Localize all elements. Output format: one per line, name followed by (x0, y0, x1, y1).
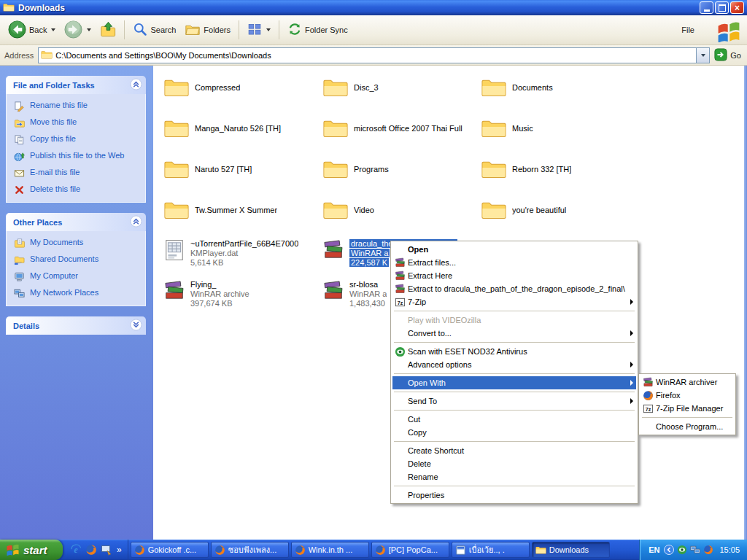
chevron-up-icon[interactable] (130, 215, 142, 229)
sidebar-item[interactable]: Copy this file (14, 134, 142, 145)
sidebar-item[interactable]: Publish this file to the Web (14, 151, 142, 162)
sidebar-item[interactable]: Delete this file (14, 184, 142, 195)
menu-item[interactable]: Extract Here (392, 269, 636, 282)
back-button[interactable]: Back (4, 19, 59, 42)
taskbar-button[interactable]: Gokickoff .c... (131, 542, 209, 558)
ie-icon[interactable]: e (70, 544, 82, 556)
menu-item[interactable]: Firefox (640, 389, 734, 402)
file-tile[interactable]: ~uTorrentPartFile_66B4E7000KMPlayer.dat5… (163, 239, 321, 268)
file-tile-folder[interactable]: Programs (322, 158, 480, 181)
back-dropdown-icon[interactable] (51, 28, 55, 31)
file-tile-folder[interactable]: Tw.Summer X Summer (163, 198, 321, 222)
file-tile-folder[interactable]: Compressed (163, 76, 321, 99)
menu-item[interactable]: Extract files... (392, 256, 636, 269)
file-tile-folder[interactable]: microsoft Office 2007 Thai Full (322, 117, 480, 140)
chevron-left-icon[interactable] (664, 545, 674, 555)
forward-button[interactable] (61, 19, 95, 42)
file-tile-folder[interactable]: Disc_3 (322, 76, 480, 99)
language-indicator[interactable]: EN (649, 545, 659, 554)
file-tile-folder[interactable]: Manga_Naruto 526 [TH] (163, 117, 321, 140)
file-tile-folder[interactable]: Reborn 332 [TH] (481, 158, 638, 181)
file-tile-folder[interactable]: Naruto 527 [TH] (163, 158, 321, 181)
sidebar-panel-header[interactable]: Details (6, 316, 146, 335)
menu-item[interactable]: Send To (392, 394, 636, 408)
folder-sync-label: Folder Sync (305, 26, 348, 34)
file-tile-folder[interactable]: Music (481, 117, 638, 140)
panel-body: Rename this fileMove this fileCopy this … (6, 94, 146, 203)
delete-icon (14, 184, 26, 195)
menu-item[interactable]: Cut (392, 413, 636, 426)
toolbar-separator (239, 20, 239, 39)
submenu-arrow-icon (630, 398, 633, 404)
menu-item[interactable]: Open (392, 243, 636, 256)
menu-item-label: Send To (408, 397, 437, 405)
start-button[interactable]: start (0, 540, 63, 560)
menu-item-label: WinRAR archiver (656, 378, 717, 386)
sidebar-item[interactable]: My Network Places (14, 288, 142, 299)
quick-launch-overflow[interactable]: » (116, 545, 123, 555)
menu-item[interactable]: Rename (392, 470, 636, 483)
menu-item[interactable]: Choose Program... (640, 420, 734, 433)
file-type: WinRAR archive (190, 289, 249, 299)
sidebar-item[interactable]: My Documents (14, 238, 142, 249)
menu-item-label: Open With (408, 378, 446, 387)
show-desktop-icon[interactable] (101, 544, 112, 556)
menu-item[interactable]: Scan with ESET NOD32 Antivirus (392, 345, 636, 358)
taskbar-button[interactable]: เบื่อเว้ย.., . (452, 542, 530, 558)
views-button[interactable] (244, 20, 274, 39)
folders-button[interactable]: Folders (181, 20, 234, 40)
menu-item[interactable]: Copy (392, 426, 636, 439)
go-button[interactable]: Go (714, 48, 743, 63)
taskbar-button-label: เบื่อเว้ย.., . (469, 543, 526, 556)
menu-item[interactable]: Delete (392, 457, 636, 470)
chevron-down-icon[interactable] (130, 319, 142, 332)
menu-item[interactable]: Open With (392, 376, 636, 389)
close-button[interactable]: × (730, 1, 744, 14)
firefox-icon (640, 390, 656, 401)
sidebar-item[interactable]: My Computer (14, 271, 142, 282)
sidebar-panel-header[interactable]: File and Folder Tasks (6, 76, 146, 94)
file-menu[interactable]: File (676, 24, 700, 36)
address-bar: Address C:\Documents and Settings\BOO\My… (0, 45, 747, 66)
menu-item[interactable]: Properties (392, 489, 636, 502)
up-button[interactable] (96, 20, 120, 40)
address-dropdown-button[interactable] (696, 48, 709, 63)
menu-item[interactable]: Advanced options (392, 358, 636, 371)
file-name: sr-blosa (349, 280, 387, 289)
menu-item[interactable]: 7z7-Zip File Manager (640, 402, 734, 415)
taskbar-button[interactable]: Downloads (532, 542, 610, 558)
forward-dropdown-icon[interactable] (87, 28, 91, 31)
sidebar-item[interactable]: E-mail this file (14, 168, 142, 179)
folder-sync-button[interactable]: Folder Sync (284, 20, 352, 39)
sidebar-item-label: My Network Places (30, 288, 98, 297)
menu-item[interactable]: Create Shortcut (392, 444, 636, 457)
eset-icon[interactable] (677, 545, 687, 555)
minimize-button[interactable] (700, 1, 713, 14)
firefox-icon[interactable] (85, 544, 97, 556)
firefox-icon[interactable] (703, 545, 713, 555)
sidebar-panel-header[interactable]: Other Places (6, 213, 146, 231)
maximize-button[interactable] (715, 1, 729, 14)
file-tile[interactable]: Flying_WinRAR archive397,674 KB (163, 280, 321, 308)
menu-item[interactable]: Extract to dracula_the_path_of_the_drago… (392, 282, 636, 295)
window-controls: × (700, 1, 744, 14)
sidebar-item[interactable]: Rename this file (14, 101, 142, 112)
taskbar-button[interactable]: ซอบฟังเพลง... (211, 542, 289, 558)
network-icon[interactable] (690, 545, 700, 555)
taskbar-button[interactable]: [PC] PopCa... (371, 542, 449, 558)
taskbar-button[interactable]: Wink.in.th ... (291, 542, 369, 558)
address-folder-icon (41, 50, 53, 61)
file-tile-folder[interactable]: Documents (481, 76, 638, 99)
file-tile-folder[interactable]: Video (322, 198, 480, 222)
address-input[interactable]: C:\Documents and Settings\BOO\My Documen… (38, 47, 710, 63)
chevron-up-icon[interactable] (130, 78, 142, 92)
sidebar-item[interactable]: Move this file (14, 117, 142, 128)
sidebar-item[interactable]: Shared Documents (14, 254, 142, 265)
back-label: Back (29, 26, 47, 34)
menu-item[interactable]: 7z7-Zip (392, 295, 636, 308)
menu-item[interactable]: WinRAR archiver (640, 376, 734, 389)
file-tile-folder[interactable]: you're beautiful (481, 198, 638, 222)
views-dropdown-icon[interactable] (266, 28, 271, 31)
search-button[interactable]: Search (129, 20, 179, 39)
menu-item[interactable]: Convert to... (392, 327, 636, 340)
